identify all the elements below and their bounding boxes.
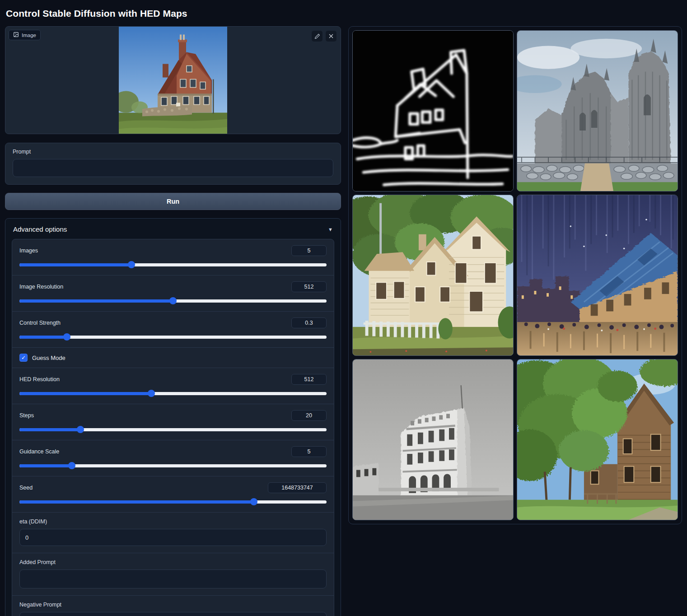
eta-input[interactable] [19, 529, 327, 546]
hed-resolution-slider-row: HED Resolution 512 [12, 368, 334, 404]
image-resolution-slider[interactable] [19, 297, 327, 304]
slider-handle[interactable] [250, 498, 257, 505]
steps-label: Steps [19, 412, 34, 419]
added-prompt-row: Added Prompt [12, 553, 334, 595]
slider-handle[interactable] [77, 426, 84, 433]
gallery-item-wooden-house[interactable] [517, 359, 678, 520]
gallery-item-cream-cottage[interactable] [352, 195, 514, 356]
guidance-scale-value-input[interactable]: 5 [291, 446, 327, 457]
steps-slider[interactable] [19, 426, 327, 433]
slider-handle[interactable] [128, 261, 135, 268]
seed-value-input[interactable]: 1648733747 [268, 482, 327, 493]
steps-slider-row: Steps 20 [12, 404, 334, 440]
slider-handle[interactable] [169, 297, 177, 304]
advanced-options-group: Images 5 Image Resolution 512 [12, 239, 334, 616]
hed-resolution-label: HED Resolution [19, 376, 60, 383]
guess-mode-checkbox[interactable]: ✓ [19, 354, 28, 362]
prompt-label: Prompt [13, 149, 333, 155]
controls-column: Image [5, 26, 341, 616]
negative-prompt-row: Negative Prompt [12, 595, 334, 616]
images-slider[interactable] [19, 261, 327, 268]
eta-label: eta (DDIM) [19, 518, 327, 525]
run-button[interactable]: Run [5, 193, 341, 210]
advanced-options-header[interactable]: Advanced options ▼ [5, 219, 341, 239]
added-prompt-input[interactable] [19, 569, 327, 588]
output-gallery [348, 26, 682, 524]
guess-mode-label: Guess Mode [32, 355, 65, 361]
guidance-scale-slider-row: Guidance Scale 5 [12, 440, 334, 476]
image-resolution-slider-row: Image Resolution 512 [12, 275, 334, 311]
images-label: Images [19, 247, 38, 254]
image-icon [13, 32, 19, 38]
images-value-input[interactable]: 5 [291, 245, 327, 256]
hed-resolution-slider[interactable] [19, 390, 327, 397]
slider-handle[interactable] [68, 462, 75, 469]
prompt-input[interactable] [13, 159, 333, 177]
checkmark-icon: ✓ [21, 355, 26, 361]
close-icon [328, 33, 334, 39]
seed-slider[interactable] [19, 498, 327, 505]
clear-image-button[interactable] [326, 31, 336, 42]
uploaded-house-photo [119, 27, 227, 134]
page-title: Control Stable Diffusion with HED Maps [6, 8, 682, 19]
gallery-item-impressionist-painting[interactable] [517, 195, 678, 356]
eta-row: eta (DDIM) [12, 512, 334, 553]
images-slider-row: Images 5 [12, 239, 334, 275]
negative-prompt-input[interactable] [19, 612, 327, 616]
negative-prompt-label: Negative Prompt [19, 602, 327, 608]
image-component-label: Image [9, 30, 41, 40]
added-prompt-label: Added Prompt [19, 559, 327, 565]
image-resolution-label: Image Resolution [19, 284, 63, 290]
image-upload-component[interactable]: Image [5, 26, 341, 134]
gallery-item-cathedral[interactable] [517, 30, 678, 191]
guidance-scale-label: Guidance Scale [19, 448, 59, 455]
slider-handle[interactable] [63, 333, 70, 341]
prompt-panel: Prompt [5, 143, 341, 185]
advanced-options-title: Advanced options [13, 225, 67, 233]
guess-mode-row: ✓ Guess Mode [12, 347, 334, 368]
slider-handle[interactable] [148, 390, 155, 397]
gradio-app: Control Stable Diffusion with HED Maps I… [0, 0, 687, 616]
control-strength-label: Control Strength [19, 320, 61, 326]
hed-resolution-value-input[interactable]: 512 [291, 374, 327, 385]
seed-label: Seed [19, 485, 33, 491]
advanced-options-accordion: Advanced options ▼ Images 5 [5, 218, 341, 616]
image-resolution-value-input[interactable]: 512 [291, 281, 327, 292]
edit-image-button[interactable] [312, 31, 322, 42]
gallery-item-hed-edge-map[interactable] [352, 30, 514, 191]
control-strength-value-input[interactable]: 0.3 [291, 317, 327, 328]
gallery-item-bw-building[interactable] [352, 359, 514, 520]
seed-slider-row: Seed 1648733747 [12, 476, 334, 512]
pencil-icon [314, 33, 320, 39]
control-strength-slider-row: Control Strength 0.3 [12, 311, 334, 347]
control-strength-slider[interactable] [19, 333, 327, 341]
chevron-down-icon: ▼ [328, 227, 333, 232]
steps-value-input[interactable]: 20 [291, 410, 327, 421]
guidance-scale-slider[interactable] [19, 462, 327, 469]
